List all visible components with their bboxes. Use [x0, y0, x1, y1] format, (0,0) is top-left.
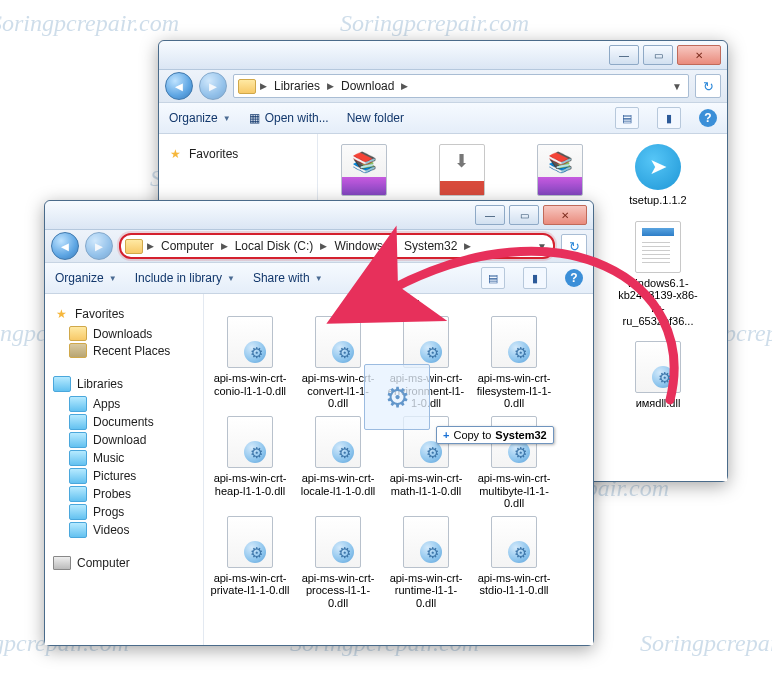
include-in-library-menu[interactable]: Include in library▼	[135, 271, 235, 285]
nav-library-item[interactable]: Apps	[69, 396, 199, 412]
open-with-button[interactable]: ▦Open with...	[249, 111, 329, 125]
nav-library-item[interactable]: Probes	[69, 486, 199, 502]
new-folder-button[interactable]: New folder	[347, 111, 404, 125]
dll-icon	[403, 516, 449, 568]
partial-filename: l1-1-1.dll	[210, 298, 587, 310]
favorites-section[interactable]: ★Favorites	[167, 146, 313, 162]
file-item[interactable]: api-ms-win-crt-runtime-l1-1-0.dll	[386, 516, 466, 610]
rar-icon	[537, 144, 583, 196]
organize-menu[interactable]: Organize▼	[169, 111, 231, 125]
dll-icon	[403, 416, 449, 468]
chevron-down-icon[interactable]: ▼	[535, 241, 549, 252]
titlebar: — ▭ ✕	[45, 201, 593, 230]
close-button[interactable]: ✕	[543, 205, 587, 225]
file-item[interactable]: api-ms-win-crt-convert-l1-1-0.dll	[298, 316, 378, 410]
close-button[interactable]: ✕	[677, 45, 721, 65]
library-icon	[69, 450, 87, 466]
nav-library-item[interactable]: Music	[69, 450, 199, 466]
library-icon	[69, 414, 87, 430]
library-icon	[69, 468, 87, 484]
file-item[interactable]: api-ms-win-crt-stdio-l1-1-0.dll	[474, 516, 554, 610]
dll-icon	[315, 516, 361, 568]
breadcrumb-item[interactable]: Download	[338, 78, 397, 94]
address-bar[interactable]: ▶ Libraries ▶ Download ▶ ▼	[233, 74, 689, 98]
breadcrumb-item[interactable]: Local Disk (C:)	[232, 238, 317, 254]
libraries-icon	[53, 376, 71, 392]
view-options[interactable]: ▤	[481, 267, 505, 289]
file-item[interactable]: api-ms-win-crt-private-l1-1-0.dll	[210, 516, 290, 610]
content-pane[interactable]: l1-1-1.dll api-ms-win-crt-conio-l1-1-0.d…	[204, 294, 593, 645]
file-item[interactable]	[422, 144, 502, 207]
dll-icon	[491, 416, 537, 468]
file-item[interactable]: api-ms-win-crt-multibyte-l1-1-0.dll	[474, 416, 554, 510]
maximize-button[interactable]: ▭	[509, 205, 539, 225]
file-item[interactable]: api-ms-win-crt-process-l1-1-0.dll	[298, 516, 378, 610]
nav-library-item[interactable]: Progs	[69, 504, 199, 520]
folder-icon	[125, 239, 143, 254]
dll-icon	[227, 416, 273, 468]
folder-icon	[238, 79, 256, 94]
nav-library-item[interactable]: Pictures	[69, 468, 199, 484]
help-button[interactable]: ?	[565, 269, 583, 287]
favorites-section[interactable]: ★Favorites	[53, 306, 199, 322]
help-button[interactable]: ?	[699, 109, 717, 127]
file-item[interactable]	[520, 144, 600, 207]
libraries-section[interactable]: Libraries	[53, 376, 199, 392]
view-options[interactable]: ▤	[615, 107, 639, 129]
telegram-icon: ➤	[635, 144, 681, 190]
breadcrumb-item[interactable]: Windows	[331, 238, 386, 254]
dll-icon	[403, 316, 449, 368]
nav-library-item[interactable]: Documents	[69, 414, 199, 430]
minimize-button[interactable]: —	[609, 45, 639, 65]
file-item[interactable]: имяdll.dll	[618, 341, 698, 410]
toolbar: Organize▼ Include in library▼ Share with…	[45, 263, 593, 294]
breadcrumb-item[interactable]: System32	[401, 238, 460, 254]
back-button[interactable]: ◄	[51, 232, 79, 260]
file-item[interactable]: api-ms-win-crt-environment-l1-1-0.dll	[386, 316, 466, 410]
file-item[interactable]: api-ms-win-crt-heap-l1-1-0.dll	[210, 416, 290, 510]
preview-pane-toggle[interactable]: ▮	[657, 107, 681, 129]
file-item[interactable]: windows6.1-kb2483139-x86-ru-ru_6532bf36.…	[618, 221, 698, 328]
library-icon	[69, 522, 87, 538]
folder-icon	[69, 343, 87, 358]
breadcrumb-item[interactable]: Computer	[158, 238, 217, 254]
text-file-icon	[635, 221, 681, 273]
chevron-down-icon[interactable]: ▼	[670, 81, 684, 92]
star-icon: ★	[53, 306, 69, 322]
preview-pane-toggle[interactable]: ▮	[523, 267, 547, 289]
refresh-button[interactable]: ↻	[561, 234, 587, 258]
forward-button[interactable]: ►	[199, 72, 227, 100]
minimize-button[interactable]: —	[475, 205, 505, 225]
dll-icon	[315, 316, 361, 368]
refresh-button[interactable]: ↻	[695, 74, 721, 98]
file-item[interactable]: ➤tsetup.1.1.2	[618, 144, 698, 207]
library-icon	[69, 486, 87, 502]
maximize-button[interactable]: ▭	[643, 45, 673, 65]
file-item[interactable]: api-ms-win-crt-locale-l1-1-0.dll	[298, 416, 378, 510]
nav-library-item[interactable]: Videos	[69, 522, 199, 538]
dll-icon	[227, 516, 273, 568]
breadcrumb-item[interactable]: Libraries	[271, 78, 323, 94]
nav-downloads[interactable]: Downloads	[69, 326, 199, 341]
back-button[interactable]: ◄	[165, 72, 193, 100]
dll-icon	[491, 316, 537, 368]
computer-section[interactable]: Computer	[53, 556, 199, 570]
file-item[interactable]: api-ms-win-crt-filesystem-l1-1-0.dll	[474, 316, 554, 410]
star-icon: ★	[167, 146, 183, 162]
rar-icon	[341, 144, 387, 196]
file-item[interactable]	[324, 144, 404, 207]
navigation-pane: ★Favorites Downloads Recent Places Libra…	[45, 294, 204, 645]
nav-library-item[interactable]: Download	[69, 432, 199, 448]
library-icon	[69, 396, 87, 412]
titlebar: — ▭ ✕	[159, 41, 727, 70]
organize-menu[interactable]: Organize▼	[55, 271, 117, 285]
folder-icon	[69, 326, 87, 341]
nav-recent-places[interactable]: Recent Places	[69, 343, 199, 358]
library-icon	[69, 504, 87, 520]
forward-button[interactable]: ►	[85, 232, 113, 260]
address-bar[interactable]: ▶ Computer ▶ Local Disk (C:) ▶ Windows ▶…	[119, 233, 555, 259]
share-with-menu[interactable]: Share with▼	[253, 271, 323, 285]
dll-icon	[315, 416, 361, 468]
file-item[interactable]: api-ms-win-crt-math-l1-1-0.dll	[386, 416, 466, 510]
file-item[interactable]: api-ms-win-crt-conio-l1-1-0.dll	[210, 316, 290, 410]
